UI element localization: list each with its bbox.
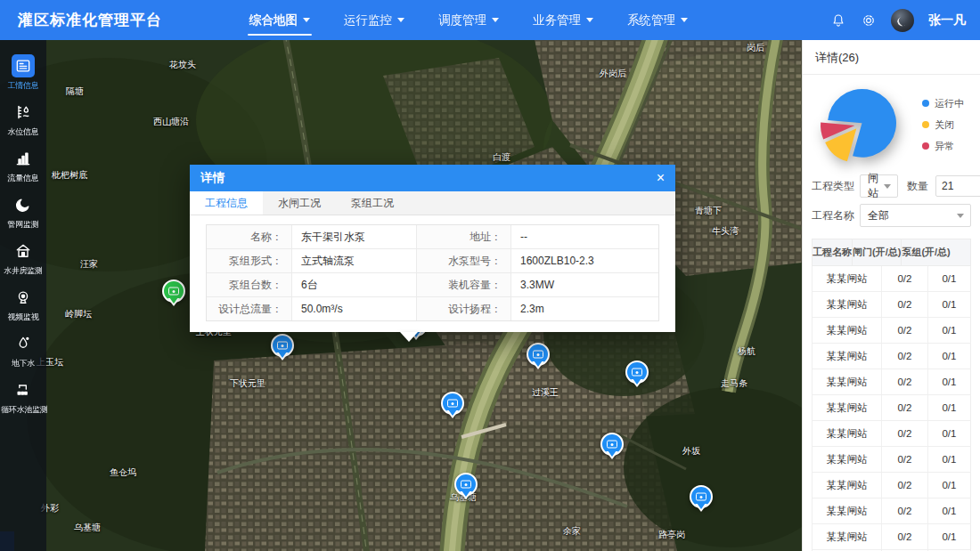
map-place-label: 白渡 bbox=[493, 151, 510, 164]
legend-label: 运行中 bbox=[935, 97, 964, 110]
chevron-down-icon bbox=[681, 18, 688, 26]
pump-cell: 0/1 bbox=[928, 498, 970, 523]
gate-station-pin-icon[interactable] bbox=[162, 280, 185, 303]
user-name[interactable]: 张一凡 bbox=[928, 12, 966, 28]
table-row[interactable]: 某某闸站 0/2 0/1 bbox=[812, 524, 971, 550]
field-label: 名称： bbox=[207, 225, 292, 248]
chevron-down-icon bbox=[303, 18, 310, 26]
table-row[interactable]: 某某闸站 0/2 0/1 bbox=[812, 318, 971, 344]
name-select[interactable]: 全部 bbox=[860, 204, 971, 227]
sluice-gate-glyph bbox=[461, 481, 471, 489]
map-place-label: 花坟头 bbox=[169, 59, 196, 71]
legend-label: 关闭 bbox=[935, 118, 954, 132]
table-row[interactable]: 某某闸站 0/2 0/1 bbox=[812, 498, 971, 524]
gate-station-pin-icon[interactable] bbox=[271, 334, 294, 357]
gate-station-pin-icon[interactable] bbox=[454, 473, 478, 496]
nav-menu-item[interactable]: 综合地图 bbox=[249, 0, 310, 40]
pump-cell: 0/1 bbox=[928, 395, 970, 420]
chevron-down-icon bbox=[492, 18, 499, 26]
project-info-icon bbox=[12, 54, 35, 77]
station-name-cell: 某某闸站 bbox=[813, 395, 882, 420]
nav-menu-item[interactable]: 运行监控 bbox=[344, 0, 404, 40]
nav-menu-item[interactable]: 调度管理 bbox=[438, 0, 499, 40]
field-label: 泵组形式： bbox=[207, 249, 292, 272]
sidebar-item[interactable]: 循环水池监测 bbox=[0, 378, 46, 416]
table-row[interactable]: 某某闸站 0/2 0/1 bbox=[812, 369, 971, 395]
modal-tab[interactable]: 泵组工况 bbox=[336, 191, 409, 215]
count-input[interactable] bbox=[935, 175, 980, 197]
sidebar-item[interactable]: 水位信息 bbox=[0, 101, 46, 138]
pump-cell: 0/1 bbox=[928, 318, 970, 343]
gate-station-pin-icon[interactable] bbox=[600, 433, 624, 456]
gate-cell: 0/2 bbox=[882, 473, 928, 498]
close-icon[interactable]: × bbox=[657, 171, 665, 185]
legend-item[interactable]: 关闭 bbox=[922, 118, 964, 132]
table-header-cell: 闸门(开/总) bbox=[853, 239, 902, 265]
sidebar-item[interactable]: 地下水 bbox=[0, 332, 46, 369]
legend-item[interactable]: 异常 bbox=[922, 140, 964, 153]
field-value: 6台 bbox=[292, 273, 417, 296]
nav-menu-item[interactable]: 系统管理 bbox=[627, 0, 688, 40]
gate-station-pin-icon[interactable] bbox=[690, 485, 713, 508]
form-row: 泵组台数： 6台 装机容量： 3.3MW bbox=[207, 273, 658, 297]
map-place-label: 走马条 bbox=[721, 377, 747, 390]
form-row: 泵组形式： 立式轴流泵 水泵型号： 1600ZLB10-2.3 bbox=[207, 249, 658, 273]
type-filter-label: 工程类型 bbox=[812, 179, 854, 194]
table-row[interactable]: 某某闸站 0/2 0/1 bbox=[812, 266, 971, 292]
gate-station-pin-icon[interactable] bbox=[527, 343, 550, 366]
legend-item[interactable]: 运行中 bbox=[922, 97, 964, 110]
table-header: 工程名称 闸门(开/总) 泵组(开/总) bbox=[812, 239, 971, 266]
sidebar-item[interactable]: 工情信息 bbox=[0, 54, 46, 92]
left-sidebar: 工情信息 水位信息 流量信息 管网监测 水井房监测 视频监视 地下水 bbox=[0, 40, 46, 551]
chevron-down-icon bbox=[884, 184, 891, 192]
table-row[interactable]: 某某闸站 0/2 0/1 bbox=[812, 421, 971, 447]
map-place-label: 牛头湾 bbox=[712, 225, 739, 238]
gate-cell: 0/2 bbox=[882, 498, 928, 523]
modal-title: 详情 bbox=[200, 170, 225, 186]
pump-cell: 0/1 bbox=[928, 524, 970, 549]
top-navbar: 灌区标准化管理平台 综合地图 运行监控 调度管理 业务管理 bbox=[0, 0, 980, 40]
table-row[interactable]: 某某闸站 0/2 0/1 bbox=[812, 395, 971, 421]
nav-menu-label: 系统管理 bbox=[627, 12, 675, 28]
status-pie-chart: 运行中 关闭 异常 bbox=[803, 75, 980, 171]
field-value: 2.3m bbox=[511, 297, 658, 320]
modal-tab[interactable]: 水闸工况 bbox=[263, 191, 336, 215]
well-house-icon bbox=[12, 239, 35, 263]
table-header-cell: 工程名称 bbox=[813, 239, 853, 265]
form-row: 设计总流量： 50.0m³/s 设计扬程： 2.3m bbox=[207, 297, 658, 320]
table-row[interactable]: 某某闸站 0/2 0/1 bbox=[812, 292, 971, 318]
type-select[interactable]: 闸站 bbox=[860, 174, 898, 198]
sidebar-item[interactable]: 水井房监测 bbox=[0, 239, 46, 277]
user-avatar[interactable] bbox=[891, 9, 914, 32]
station-name-cell: 某某闸站 bbox=[813, 524, 882, 549]
map-place-label: 汪家 bbox=[80, 258, 98, 271]
gear-icon[interactable] bbox=[861, 12, 877, 28]
sluice-gate-glyph bbox=[607, 441, 617, 449]
pump-cell: 0/1 bbox=[928, 473, 970, 498]
table-row[interactable]: 某某闸站 0/2 0/1 bbox=[812, 473, 971, 498]
sidebar-item-label: 循环水池监测 bbox=[1, 404, 45, 415]
modal-tab[interactable]: 工程信息 bbox=[190, 191, 263, 215]
gate-cell: 0/2 bbox=[882, 266, 928, 291]
sidebar-item[interactable]: 视频监视 bbox=[0, 286, 46, 323]
sidebar-item[interactable]: 管网监测 bbox=[0, 193, 46, 231]
form-row: 名称： 东干渠引水泵 地址： -- bbox=[207, 225, 658, 249]
field-label: 设计扬程： bbox=[417, 297, 511, 320]
map-place-label: 西山塘沿 bbox=[153, 116, 189, 128]
nav-menu-item[interactable]: 业务管理 bbox=[533, 0, 593, 40]
sidebar-item[interactable]: 流量信息 bbox=[0, 147, 46, 184]
table-row[interactable]: 某某闸站 0/2 0/1 bbox=[812, 344, 971, 369]
bell-icon[interactable] bbox=[830, 12, 846, 28]
gate-station-pin-icon[interactable] bbox=[625, 361, 649, 384]
field-value: -- bbox=[511, 225, 658, 248]
gate-station-pin-icon[interactable] bbox=[441, 392, 464, 415]
table-row[interactable]: 某某闸站 0/2 0/1 bbox=[812, 447, 971, 473]
main-menu: 综合地图 运行监控 调度管理 业务管理 系统管理 bbox=[249, 0, 688, 40]
field-value: 东干渠引水泵 bbox=[292, 225, 417, 248]
map-place-label: 过溪王 bbox=[532, 386, 559, 399]
station-name-cell: 某某闸站 bbox=[813, 473, 882, 498]
app-title: 灌区标准化管理平台 bbox=[18, 10, 162, 30]
map-place-label: 鱼仓坞 bbox=[110, 466, 136, 479]
chevron-down-icon bbox=[957, 214, 964, 222]
nav-menu-label: 运行监控 bbox=[344, 12, 392, 28]
